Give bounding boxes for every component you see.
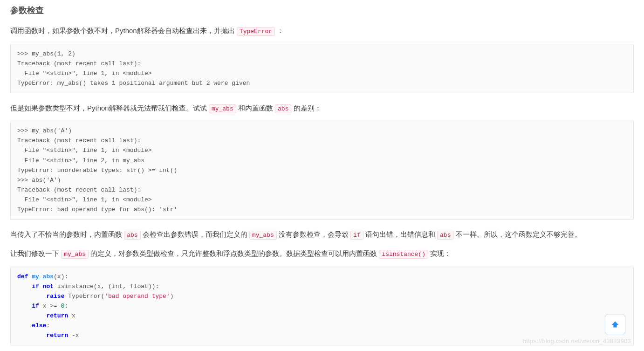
paragraph-2: 但是如果参数类型不对，Python解释器就无法帮我们检查。试试 my_abs 和… [10, 102, 634, 114]
string-literal: 'bad operand type' [104, 293, 170, 300]
text: x >= [39, 303, 61, 310]
code-block-1: >>> my_abs(1, 2) Traceback (most recent … [10, 44, 634, 93]
keyword-else: else [32, 322, 46, 329]
inline-code-isinstance: isinstance() [379, 250, 428, 259]
watermark-text: https://blog.csdn.net/weixin_43883903 [523, 336, 631, 346]
text: TypeError( [64, 293, 104, 300]
text: 不一样。所以，这个函数定义不够完善。 [456, 230, 582, 238]
inline-code-myabs: my_abs [61, 250, 89, 259]
keyword-if: if [32, 283, 39, 290]
inline-code-if: if [350, 231, 363, 240]
keyword-def: def [17, 273, 28, 280]
arrow-up-icon [610, 319, 620, 330]
function-name: my_abs [32, 273, 54, 280]
keyword-if: if [32, 303, 39, 310]
paragraph-3: 当传入了不恰当的参数时，内置函数 abs 会检查出参数错误，而我们定义的 my_… [10, 228, 634, 241]
keyword-not: not [43, 283, 54, 290]
text: 当传入了不恰当的参数时，内置函数 [10, 230, 122, 238]
text: 实现： [430, 249, 451, 257]
paragraph-1: 调用函数时，如果参数个数不对，Python解释器会自动检查出来，并抛出 Type… [10, 24, 634, 37]
section-heading: 参数检查 [10, 3, 634, 18]
text: ) [170, 293, 174, 300]
call: isinstance(x, (int, float)): [54, 283, 159, 290]
text: 语句出错，出错信息和 [365, 230, 435, 238]
text: : [64, 303, 68, 310]
inline-code-abs: abs [437, 231, 453, 240]
keyword-return: return [46, 332, 68, 339]
text: 的定义，对参数类型做检查，只允许整数和浮点数类型的参数。数据类型检查可以用内置函… [90, 249, 377, 257]
inline-code-myabs: my_abs [209, 104, 236, 113]
text: 调用函数时，如果参数个数不对，Python解释器会自动检查出来，并抛出 [10, 27, 235, 34]
text: 但是如果参数类型不对，Python解释器就无法帮我们检查。试试 [10, 104, 207, 112]
text: x [68, 312, 75, 319]
text: 和内置函数 [238, 104, 273, 112]
scroll-to-top-button[interactable] [605, 315, 625, 334]
text: -x [68, 332, 79, 339]
text: 没有参数检查，会导致 [279, 230, 349, 238]
text: : [46, 322, 50, 329]
code-block-3: def my_abs(x): if not isinstance(x, (int… [10, 267, 634, 345]
text: 会检查出参数错误，而我们定义的 [143, 230, 247, 238]
code-block-2: >>> my_abs('A') Traceback (most recent c… [10, 121, 634, 219]
inline-code-abs: abs [275, 104, 291, 113]
text: 的差别： [294, 104, 322, 112]
inline-code-typeerror: TypeError [237, 27, 275, 36]
text: ： [277, 27, 284, 34]
signature: (x): [54, 273, 68, 280]
keyword-raise: raise [46, 293, 64, 300]
keyword-return: return [46, 312, 68, 319]
inline-code-myabs: my_abs [249, 231, 277, 240]
inline-code-abs: abs [124, 231, 140, 240]
text: 让我们修改一下 [10, 249, 59, 257]
paragraph-4: 让我们修改一下 my_abs 的定义，对参数类型做检查，只允许整数和浮点数类型的… [10, 247, 634, 260]
